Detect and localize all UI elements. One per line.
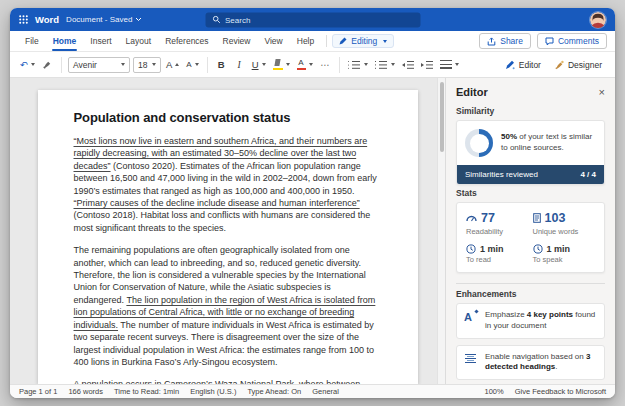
person-icon — [590, 12, 606, 28]
font-size-value: 18 — [138, 60, 147, 70]
tab-review[interactable]: Review — [216, 31, 258, 51]
similarities-reviewed-count: 4 / 4 — [580, 170, 596, 179]
italic-button[interactable]: I — [232, 56, 247, 74]
shrink-font-button[interactable]: A — [184, 56, 200, 74]
tab-home[interactable]: Home — [46, 31, 84, 51]
paintbrush-icon — [42, 60, 52, 70]
emphasize-icon: A — [464, 310, 478, 324]
document-title-label: Document - Saved — [66, 15, 132, 24]
editing-mode-dropdown[interactable]: Editing — [332, 34, 394, 48]
word-count[interactable]: 166 words — [68, 387, 103, 396]
numbered-list-icon — [375, 60, 388, 69]
time-to-read[interactable]: Time to Read: 1min — [114, 387, 179, 396]
document-canvas[interactable]: Population and conservation status “Most… — [10, 78, 445, 384]
feedback-link[interactable]: Give Feedback to Microsoft — [515, 387, 606, 396]
tab-layout[interactable]: Layout — [119, 31, 159, 51]
divider — [61, 57, 62, 73]
stat-time-to-read: 1 min To read — [466, 244, 529, 265]
share-button[interactable]: Share — [479, 33, 531, 49]
body-text: (Contoso 2018). Habitat loss and conflic… — [74, 210, 371, 232]
divider — [456, 283, 605, 284]
font-name-value: Avenir — [73, 60, 97, 70]
enhancement-navigation-row[interactable]: Enable navigation based on 3 detected he… — [456, 345, 605, 381]
status-bar: Page 1 of 1 166 words Time to Read: 1min… — [10, 384, 615, 398]
underline-button[interactable]: U — [250, 56, 268, 74]
shrink-font-icon: A — [186, 61, 191, 69]
editing-mode-label: Editing — [351, 36, 377, 46]
decrease-indent-icon — [402, 60, 414, 69]
stat-unique-words: 103 Unique words — [533, 211, 596, 236]
similarities-reviewed-row[interactable]: Similarities reviewed 4 / 4 — [457, 165, 604, 184]
document-page[interactable]: Population and conservation status “Most… — [38, 90, 418, 384]
sensitivity-label[interactable]: General — [312, 387, 339, 396]
align-icon — [440, 60, 452, 69]
word-window: Word Document - Saved Search File Home I… — [10, 8, 615, 398]
decrease-indent-button[interactable] — [400, 56, 416, 74]
undo-button[interactable]: ↶ — [18, 56, 37, 74]
editor-button[interactable]: Editor — [500, 58, 546, 72]
content-area: Population and conservation status “Most… — [10, 78, 615, 384]
increase-indent-button[interactable] — [419, 56, 435, 74]
stats-card: 77 Readability 103 Unique words 1 min — [456, 202, 605, 273]
enhancement-emphasize-row[interactable]: A Emphasize 4 key points found in your d… — [456, 303, 605, 339]
numbered-list-button[interactable] — [373, 56, 397, 74]
align-button[interactable] — [438, 56, 461, 74]
comments-label: Comments — [558, 36, 599, 46]
format-painter-button[interactable] — [40, 56, 55, 74]
stats-section-label: Stats — [456, 188, 605, 198]
bullet-list-icon — [348, 60, 361, 69]
app-launcher-icon[interactable] — [19, 15, 28, 24]
scrollbar-thumb[interactable] — [440, 82, 444, 152]
divider — [339, 57, 340, 73]
comment-icon — [545, 37, 554, 46]
search-icon — [212, 16, 220, 24]
designer-button[interactable]: Designer — [549, 58, 607, 72]
highlight-button[interactable] — [271, 56, 292, 74]
font-color-button[interactable]: A — [295, 56, 315, 74]
enhancements-section-label: Enhancements — [456, 289, 605, 299]
undo-icon: ↶ — [20, 60, 28, 70]
close-icon[interactable]: × — [599, 87, 605, 98]
app-name: Word — [35, 14, 59, 25]
flagged-similarity-text[interactable]: “Primary causes of the decline include d… — [74, 198, 360, 208]
language[interactable]: English (U.S.) — [190, 387, 236, 396]
document-heading: Population and conservation status — [74, 110, 382, 125]
zoom-level[interactable]: 100% — [485, 387, 504, 396]
body-text: The number of mature individuals in West… — [74, 320, 375, 367]
chevron-down-icon — [31, 63, 35, 66]
similarity-gauge-icon — [465, 129, 493, 157]
bullet-list-button[interactable] — [346, 56, 370, 74]
chevron-down-icon — [309, 63, 313, 66]
tab-insert[interactable]: Insert — [83, 31, 118, 51]
gauge-icon — [466, 214, 477, 222]
triangle-down-icon — [195, 63, 199, 66]
search-input[interactable]: Search — [205, 12, 420, 27]
paragraph-3: A population occurs in Cameroon’s Waza N… — [74, 378, 382, 384]
font-color-icon: A — [297, 59, 306, 71]
grow-font-button[interactable]: A — [164, 56, 181, 74]
editor-pane: Editor × Similarity 50% of your text is … — [445, 78, 615, 384]
page-count[interactable]: Page 1 of 1 — [19, 387, 57, 396]
type-ahead[interactable]: Type Ahead: On — [247, 387, 301, 396]
navigation-headings-icon — [464, 352, 478, 366]
search-placeholder: Search — [225, 15, 250, 24]
document-title-dropdown[interactable]: Document - Saved — [66, 15, 142, 24]
paragraph-1: “Most lions now live in eastern and sout… — [74, 135, 382, 234]
avatar[interactable] — [590, 12, 606, 28]
bold-button[interactable]: B — [214, 56, 229, 74]
tab-view[interactable]: View — [257, 31, 289, 51]
similarity-card[interactable]: 50% of your text is similar to online so… — [456, 120, 605, 185]
tab-file[interactable]: File — [18, 31, 46, 51]
document-icon — [533, 213, 541, 223]
chevron-down-icon — [152, 63, 156, 66]
more-formatting-button[interactable]: ⋯ — [318, 56, 333, 74]
comments-button[interactable]: Comments — [537, 33, 607, 49]
font-name-select[interactable]: Avenir — [68, 57, 130, 73]
ribbon-tab-bar: File Home Insert Layout References Revie… — [10, 31, 615, 52]
font-size-select[interactable]: 18 — [133, 57, 161, 73]
tab-references[interactable]: References — [158, 31, 215, 51]
chevron-down-icon — [383, 40, 387, 43]
tab-help[interactable]: Help — [290, 31, 321, 51]
vertical-scrollbar[interactable] — [437, 78, 445, 384]
highlighter-icon — [273, 59, 283, 70]
